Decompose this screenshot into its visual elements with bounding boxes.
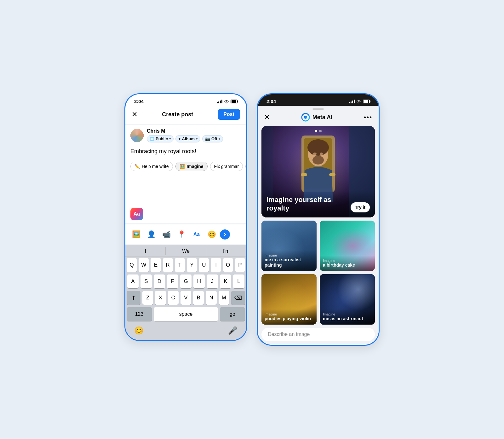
describe-placeholder: Describe an image: [268, 332, 310, 337]
key-k[interactable]: K: [220, 274, 231, 288]
svg-point-7: [307, 139, 329, 156]
autocomplete-row: I We I'm: [125, 245, 246, 257]
card-label-main-4: me as an astronaut: [323, 316, 372, 321]
key-z[interactable]: Z: [142, 291, 153, 305]
instagram-tag[interactable]: 📷 Off ▾: [202, 135, 223, 142]
astronaut-card[interactable]: Imagine me as an astronaut: [320, 274, 375, 325]
key-h[interactable]: H: [193, 274, 205, 288]
poodles-card[interactable]: Imagine poodles playing violin: [261, 274, 317, 325]
key-g[interactable]: G: [180, 274, 192, 288]
album-tag[interactable]: + Album ▾: [175, 135, 200, 142]
surrealist-card[interactable]: Imagine me in a surrealist painting: [261, 221, 317, 271]
key-w[interactable]: W: [139, 258, 149, 272]
location-button[interactable]: 📍: [175, 228, 188, 241]
signal-icon-2: [349, 100, 355, 103]
astronaut-overlay: Imagine me as an astronaut: [320, 309, 375, 325]
key-t[interactable]: T: [175, 258, 185, 272]
key-s[interactable]: S: [140, 274, 152, 288]
chevron-down-icon-3: ▾: [219, 137, 220, 141]
key-a[interactable]: A: [127, 274, 139, 288]
key-f[interactable]: F: [167, 274, 178, 288]
phone-meta-ai: 2:04 ✕: [257, 93, 380, 346]
birthday-card[interactable]: Imagine a birthday cake: [320, 221, 375, 271]
birthday-overlay: Imagine a birthday cake: [320, 256, 375, 271]
try-it-button[interactable]: Try it: [351, 202, 370, 212]
fix-grammar-chip[interactable]: Fix grammar: [210, 162, 243, 171]
key-j[interactable]: J: [207, 274, 218, 288]
user-name: Chris M: [147, 128, 223, 134]
chevron-down-icon-2: ▾: [196, 137, 198, 141]
key-r[interactable]: R: [163, 258, 173, 272]
key-m[interactable]: M: [219, 291, 229, 305]
emoji-button[interactable]: 😊: [205, 228, 219, 241]
space-key[interactable]: space: [154, 307, 218, 321]
key-n[interactable]: N: [206, 291, 216, 305]
close-button-2[interactable]: ✕: [264, 113, 270, 121]
card-label-main-1: me in a surrealist painting: [265, 257, 313, 268]
key-q[interactable]: Q: [127, 258, 137, 272]
key-i[interactable]: I: [211, 258, 221, 272]
svg-point-8: [313, 153, 317, 155]
post-body-area[interactable]: [125, 174, 246, 205]
more-media-button[interactable]: [220, 229, 230, 240]
camera-icon: 📷: [205, 136, 210, 141]
imagine-chip[interactable]: 🖼️ Imagine: [175, 162, 208, 171]
chip-label: Help me write: [142, 164, 169, 169]
post-button[interactable]: Post: [218, 109, 240, 120]
card-label-main-3: poodles playing violin: [265, 316, 313, 321]
poodles-overlay: Imagine poodles playing violin: [261, 309, 317, 325]
privacy-public-tag[interactable]: 🌐 Public ▾: [147, 135, 174, 142]
key-o[interactable]: O: [223, 258, 233, 272]
describe-input[interactable]: Describe an image: [261, 328, 375, 341]
key-u[interactable]: U: [199, 258, 209, 272]
battery-icon: [231, 100, 238, 103]
emoji-key[interactable]: 😊: [134, 326, 144, 335]
key-p[interactable]: P: [235, 258, 245, 272]
backspace-key[interactable]: ⌫: [231, 291, 245, 305]
meta-ai-header: ✕ Meta AI •••: [258, 110, 379, 126]
key-v[interactable]: V: [180, 291, 191, 305]
key-e[interactable]: E: [151, 258, 161, 272]
more-options-button[interactable]: •••: [364, 114, 372, 121]
key-c[interactable]: C: [168, 291, 179, 305]
privacy-row: 🌐 Public ▾ + Album ▾ 📷 Off ▾: [147, 135, 223, 142]
improve-chip[interactable]: Im: [245, 162, 246, 171]
card-label-main-2: a birthday cake: [323, 263, 372, 268]
autocomplete-im[interactable]: I'm: [206, 247, 246, 255]
shift-key[interactable]: ⬆: [127, 291, 140, 305]
microphone-key[interactable]: 🎤: [228, 326, 238, 335]
pull-handle-area: [258, 106, 379, 110]
aa-button[interactable]: Aa: [130, 208, 143, 220]
key-row-3: ⬆ Z X C V B N M ⌫: [127, 291, 245, 305]
card-label-small-1: Imagine: [265, 253, 313, 257]
help-me-write-chip[interactable]: ✏️ Help me write: [130, 162, 173, 171]
go-key[interactable]: go: [220, 307, 245, 321]
key-y[interactable]: Y: [187, 258, 197, 272]
key-x[interactable]: X: [155, 291, 166, 305]
autocomplete-we[interactable]: We: [166, 247, 206, 255]
autocomplete-i[interactable]: I: [125, 247, 166, 255]
status-bar-2: 2:04: [258, 94, 379, 106]
close-button[interactable]: ✕: [132, 110, 137, 118]
post-text-content[interactable]: Embracing my royal roots!: [125, 146, 246, 159]
wifi-icon: [224, 100, 229, 103]
hero-overlay: Imagine yourself as royalty Try it: [261, 191, 375, 217]
photo-button[interactable]: 🖼️: [129, 228, 143, 241]
card-label-small-3: Imagine: [265, 312, 313, 316]
key-b[interactable]: B: [193, 291, 204, 305]
numbers-key[interactable]: 123: [127, 307, 152, 321]
globe-icon: 🌐: [150, 137, 154, 141]
video-button[interactable]: 📹: [159, 228, 173, 241]
dot-2: [319, 130, 322, 132]
people-button[interactable]: 👤: [144, 228, 158, 241]
off-label: Off: [211, 136, 217, 141]
key-d[interactable]: D: [154, 274, 165, 288]
user-row: Chris M 🌐 Public ▾ + Album ▾ 📷 Off: [125, 124, 246, 146]
cards-grid: Imagine me in a surrealist painting: [261, 221, 375, 325]
svg-rect-11: [301, 173, 307, 176]
text-button[interactable]: Aa: [190, 228, 203, 241]
card-label-small-4: Imagine: [323, 312, 372, 316]
chevron-right-icon: [223, 232, 227, 237]
hero-card[interactable]: Imagine yourself as royalty Try it: [261, 126, 375, 217]
key-l[interactable]: L: [233, 274, 244, 288]
